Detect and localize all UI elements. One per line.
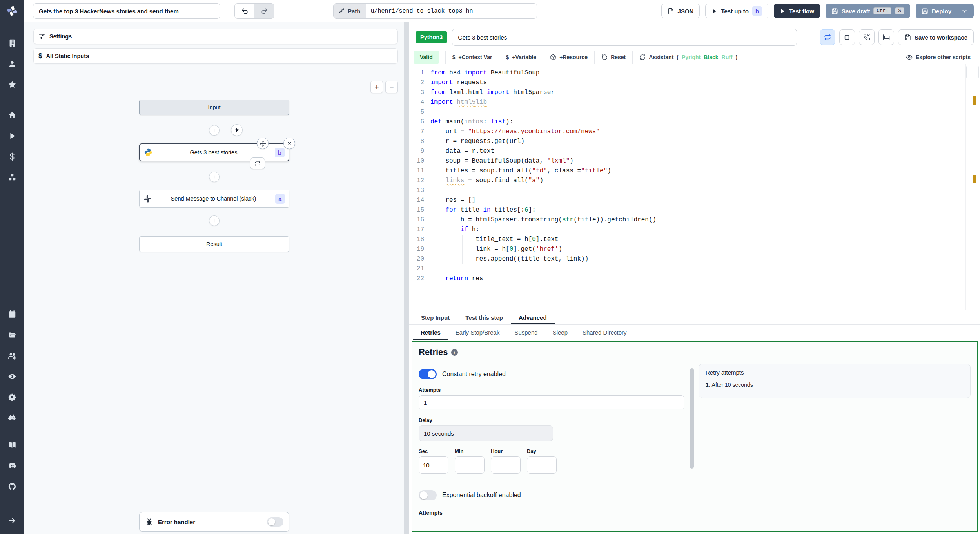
code-line: 16 h = html5parser.fromstring(str(title)… [409, 215, 980, 225]
hour-input[interactable] [491, 456, 521, 474]
sidebar-item-user-group[interactable] [0, 345, 24, 366]
flow-settings-button[interactable]: Settings [33, 29, 398, 44]
explore-label: Explore other scripts [916, 54, 971, 60]
tab-test-this-step[interactable]: Test this step [457, 310, 511, 324]
explore-other-scripts-button[interactable]: Explore other scripts [900, 51, 977, 64]
test-up-to-button[interactable]: Test up to b [705, 4, 768, 18]
subtab-early-stop[interactable]: Early Stop/Break [448, 325, 507, 340]
path-input[interactable] [366, 4, 537, 18]
error-handler-node[interactable]: Error handler [139, 512, 289, 532]
undo-button[interactable] [235, 4, 254, 18]
day-input[interactable] [527, 456, 557, 474]
sidebar-item-building[interactable] [0, 33, 24, 53]
play-icon [711, 8, 717, 14]
retries-scrollbar[interactable] [690, 368, 694, 469]
attempts-input[interactable] [419, 395, 684, 409]
panel-splitter[interactable] [404, 22, 409, 534]
sidebar-item-calendar[interactable] [0, 304, 24, 324]
save-draft-label: Save draft [842, 8, 870, 14]
exponential-backoff-label: Exponential backoff enabled [442, 492, 521, 499]
sidebar-item-play[interactable] [0, 125, 24, 146]
add-context-var-button[interactable]: $ +Context Var [445, 51, 499, 64]
save-to-workspace-button[interactable]: Save to workspace [898, 29, 974, 45]
min-label: Min [455, 448, 485, 454]
suspend-button[interactable] [859, 29, 875, 45]
exponential-backoff-toggle[interactable] [419, 490, 437, 500]
assistant-button[interactable]: Assistant (PyrightBlackRuff) [632, 51, 744, 64]
rotate-ccw-icon [601, 54, 608, 60]
redo-button[interactable] [254, 4, 274, 18]
flow-node-input[interactable]: Input [139, 100, 289, 115]
kbd-ctrl: Ctrl [873, 7, 891, 14]
add-step-button[interactable] [209, 215, 220, 226]
sidebar-groups [0, 22, 24, 497]
save-to-workspace-label: Save to workspace [915, 34, 967, 41]
tab-advanced[interactable]: Advanced [511, 310, 555, 324]
subtab-retries[interactable]: Retries [413, 325, 448, 340]
deploy-label: Deploy [932, 8, 951, 14]
sleep-button[interactable] [878, 29, 894, 45]
move-step-handle[interactable] [257, 138, 269, 149]
subtab-sleep[interactable]: Sleep [545, 325, 575, 340]
subtab-suspend[interactable]: Suspend [507, 325, 545, 340]
play-icon [780, 8, 786, 14]
delete-step-button[interactable] [283, 138, 295, 149]
plus-icon [212, 174, 217, 179]
scrollbar-slider[interactable] [966, 66, 979, 78]
flow-title-input[interactable] [33, 3, 220, 19]
sidebar-item-book[interactable] [0, 434, 24, 455]
error-handler-toggle[interactable] [267, 517, 283, 527]
path-chip[interactable]: Path [334, 4, 366, 18]
info-icon[interactable]: i [451, 349, 458, 356]
zoom-in-button[interactable]: + [370, 81, 383, 93]
wrap-in-loop-button[interactable] [250, 157, 265, 169]
sec-input[interactable] [419, 456, 448, 474]
windmill-logo[interactable] [0, 0, 24, 22]
tab-step-input[interactable]: Step Input [413, 310, 457, 324]
reset-button[interactable]: Reset [594, 51, 632, 64]
retries-indicator-button[interactable] [820, 29, 835, 45]
sidebar-item-home[interactable] [0, 105, 24, 125]
repeat-icon [254, 160, 261, 167]
add-trigger-button[interactable] [231, 124, 243, 136]
zoom-out-button[interactable]: − [385, 81, 398, 93]
step-title-input[interactable] [452, 29, 797, 46]
flow-node-step-a[interactable]: Send Message to Channel (slack) a [139, 190, 289, 208]
save-icon [904, 34, 911, 41]
json-button[interactable]: JSON [661, 4, 700, 18]
code-line: 3from lxml.html import html5parser [409, 88, 980, 98]
sidebar-item-robot[interactable] [0, 407, 24, 428]
retries-panel: Retries i Constant retry enabled Attempt… [412, 341, 978, 532]
constant-retry-toggle[interactable] [419, 369, 437, 379]
sidebar-item-star[interactable] [0, 74, 24, 95]
sidebar-item-eye[interactable] [0, 366, 24, 387]
chevron-down-icon[interactable] [961, 8, 968, 14]
code-line: 1from bs4 import BeautifulSoup [409, 68, 980, 78]
sidebar-item-gear[interactable] [0, 387, 24, 407]
sidebar-item-github[interactable] [0, 476, 24, 497]
delay-input[interactable] [419, 425, 553, 441]
min-input[interactable] [455, 456, 485, 474]
reset-label: Reset [611, 54, 626, 60]
add-variable-button[interactable]: $ +Variable [499, 51, 543, 64]
sidebar-item-cubes[interactable] [0, 167, 24, 188]
add-step-button[interactable] [209, 172, 220, 182]
step-b-badge: b [275, 148, 285, 157]
save-draft-button[interactable]: Save draft CtrlS [826, 4, 910, 18]
sidebar-item-discord[interactable] [0, 455, 24, 476]
sidebar-item-folder[interactable] [0, 324, 24, 345]
flow-node-result[interactable]: Result [139, 236, 289, 252]
summary-prefix: 1: [706, 382, 710, 388]
all-static-inputs-button[interactable]: $ All Static Inputs [33, 48, 398, 64]
subtab-shared-directory[interactable]: Shared Directory [575, 325, 634, 340]
sidebar-item-user[interactable] [0, 53, 24, 74]
code-editor[interactable]: 1from bs4 import BeautifulSoup2import re… [409, 64, 980, 310]
sidebar-item-collapse[interactable] [0, 510, 24, 531]
deploy-button[interactable]: Deploy [916, 4, 974, 18]
add-resource-button[interactable]: +Resource [543, 51, 594, 64]
bed-icon [883, 34, 890, 41]
test-flow-button[interactable]: Test flow [774, 4, 820, 18]
early-stop-button[interactable] [839, 29, 855, 45]
add-step-button[interactable] [209, 125, 220, 136]
sidebar-item-dollar[interactable] [0, 146, 24, 167]
